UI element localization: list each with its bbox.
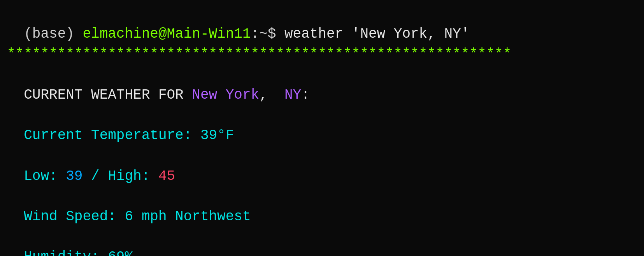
- user-host: elmachine@Main-Win11: [82, 26, 251, 42]
- prompt-separator: :~$: [251, 26, 284, 42]
- low-value: 39: [66, 168, 82, 184]
- header-prefix: CURRENT WEATHER FOR: [24, 87, 192, 103]
- header-colon: :: [301, 87, 310, 103]
- top-divider: ****************************************…: [7, 44, 637, 64]
- base-label: (base): [24, 26, 82, 42]
- wind-value: 6 mph Northwest: [125, 209, 251, 225]
- header-state: NY: [284, 87, 301, 103]
- low-high-line: Low: 39 / High: 45: [7, 146, 637, 186]
- prompt-line: (base) elmachine@Main-Win11:~$ weather '…: [7, 4, 637, 44]
- wind-line: Wind Speed: 6 mph Northwest: [7, 186, 637, 227]
- high-value: 45: [158, 168, 175, 184]
- humidity-value: 69%: [108, 249, 133, 256]
- humidity-line: Humidity: 69%: [7, 227, 637, 256]
- header-line: CURRENT WEATHER FOR New York, NY:: [7, 65, 637, 105]
- header-comma: ,: [259, 87, 284, 103]
- temperature-value: 39°F: [200, 127, 234, 143]
- separator: / High:: [82, 168, 158, 184]
- low-label: Low:: [24, 168, 66, 184]
- header-city: New York: [192, 87, 259, 103]
- wind-label: Wind Speed:: [24, 209, 125, 225]
- command-text: weather 'New York, NY': [284, 26, 469, 42]
- temperature-label: Current Temperature:: [24, 127, 200, 143]
- temperature-line: Current Temperature: 39°F: [7, 105, 637, 146]
- humidity-label: Humidity:: [24, 249, 108, 256]
